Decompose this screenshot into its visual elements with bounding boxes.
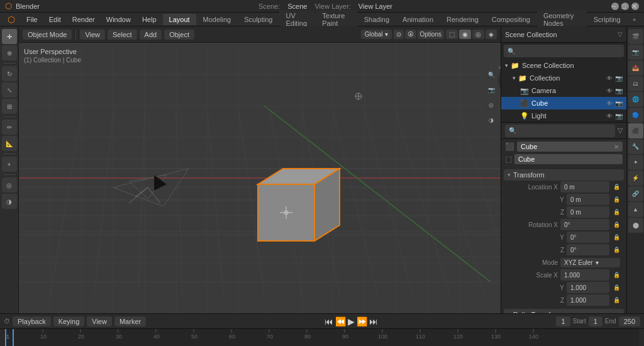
end-frame[interactable]: 250	[619, 316, 640, 326]
location-z-lock[interactable]: 🔒	[613, 209, 620, 215]
title-bar-controls[interactable]: ─ □ ✕	[611, 3, 639, 10]
jump-start-btn[interactable]: ⏮	[325, 316, 333, 326]
tab-texture-paint[interactable]: Texture Paint	[316, 10, 357, 29]
prop-tab-object[interactable]: ⬛	[628, 123, 643, 138]
prop-tab-output[interactable]: 📤	[628, 60, 643, 75]
prop-tab-constraints[interactable]: 🔗	[628, 186, 643, 201]
menu-help[interactable]: Help	[137, 14, 162, 25]
tab-uv-editing[interactable]: UV Editing	[279, 10, 315, 29]
camera-eye-icon[interactable]: 👁	[606, 87, 613, 94]
next-frame-btn[interactable]: ⏩	[357, 316, 367, 326]
properties-search[interactable]: 🔍	[505, 125, 615, 137]
tab-add[interactable]: +	[628, 14, 641, 25]
location-y-value[interactable]: 0 m	[567, 194, 609, 205]
tab-compositing[interactable]: Compositing	[486, 14, 536, 25]
rotation-z-value[interactable]: 0°	[567, 244, 609, 255]
select-menu[interactable]: Select	[108, 30, 137, 40]
timeline-playback[interactable]: Playback	[13, 316, 51, 326]
material-mode[interactable]: ◎	[472, 30, 484, 39]
viewport-canvas[interactable]: X Y Z	[19, 43, 501, 313]
rotation-z-lock[interactable]: 🔒	[613, 247, 620, 253]
rotation-x-value[interactable]: 0°	[560, 219, 609, 230]
menu-render[interactable]: Render	[67, 14, 100, 25]
move-tool[interactable]: ⊕	[2, 45, 17, 60]
prop-tab-physics[interactable]: ⚡	[628, 170, 643, 186]
start-frame[interactable]: 1	[589, 316, 602, 326]
timeline-view[interactable]: View	[87, 316, 112, 326]
rotation-y-lock[interactable]: 🔒	[613, 234, 620, 240]
timeline-keying[interactable]: Keying	[53, 316, 85, 326]
prop-tab-render[interactable]: 📷	[628, 45, 643, 60]
delta-transform-header[interactable]: ▸ Delta Transform	[504, 309, 624, 313]
cursor-tool[interactable]: ✛	[2, 29, 17, 44]
prop-tab-particles[interactable]: ✦	[628, 155, 643, 170]
prop-tab-data[interactable]: ▲	[628, 202, 643, 217]
active-object-name[interactable]: Cube ✕	[517, 142, 623, 152]
timeline-marker[interactable]: Marker	[114, 316, 146, 326]
scale-tool[interactable]: ⤡	[2, 82, 17, 98]
viewport-view-btn[interactable]: ◑	[484, 113, 498, 127]
cube-render-icon[interactable]: 📷	[615, 100, 623, 107]
prev-frame-btn[interactable]: ⏪	[335, 316, 346, 326]
add-menu[interactable]: Add	[140, 30, 162, 40]
collection-eye-icon[interactable]: 👁	[606, 75, 613, 82]
light-eye-icon[interactable]: 👁	[606, 113, 613, 120]
tab-sculpting[interactable]: Sculpting	[238, 14, 279, 25]
tab-animation[interactable]: Animation	[396, 14, 440, 25]
prop-tab-view-layer[interactable]: 🗂	[628, 76, 643, 91]
viewport-render-btn[interactable]: ◎	[484, 98, 498, 112]
viewport-camera-btn[interactable]: 📷	[484, 83, 498, 97]
scale-y-value[interactable]: 1.000	[567, 282, 609, 293]
prop-tab-scene[interactable]: 🎬	[628, 29, 643, 44]
timeline-ruler[interactable]: 1 10 20 30 40 50 60 70 80 90 100 110 120	[0, 329, 644, 346]
active-object-clear[interactable]: ✕	[614, 143, 619, 150]
outliner-search[interactable]: 🔍	[504, 45, 624, 57]
tab-geometry-nodes[interactable]: Geometry Nodes	[537, 10, 587, 29]
maximize-button[interactable]: □	[621, 3, 629, 10]
outliner-item-collection[interactable]: ▾ 📁 Collection 👁 📷	[501, 72, 626, 84]
shading-tool[interactable]: ◑	[2, 194, 17, 209]
play-btn[interactable]: ▶	[348, 316, 355, 326]
rotate-tool[interactable]: ↻	[2, 66, 17, 81]
minimize-button[interactable]: ─	[611, 3, 619, 10]
snap-btn[interactable]: ⦿	[405, 30, 416, 39]
prop-tab-material[interactable]: ⬤	[628, 218, 643, 233]
scale-y-lock[interactable]: 🔒	[613, 284, 620, 291]
add-tool[interactable]: +	[2, 157, 17, 172]
outliner-item-light[interactable]: 💡 Light 👁 📷	[501, 109, 626, 122]
options-btn[interactable]: Options	[418, 30, 444, 39]
object-menu[interactable]: Object	[164, 30, 194, 40]
solid-mode[interactable]: ◉	[459, 30, 471, 39]
camera-render-icon[interactable]: 📷	[615, 87, 623, 94]
cube-eye-icon[interactable]: 👁	[606, 100, 613, 107]
annotate-tool[interactable]: ✏	[2, 120, 17, 135]
render-mode[interactable]: ◈	[486, 30, 497, 39]
prop-filter-icon[interactable]: ▽	[618, 126, 623, 135]
prop-tab-world[interactable]: 🔵	[628, 108, 643, 123]
scale-z-lock[interactable]: 🔒	[613, 297, 620, 303]
outliner-item-scene-collection[interactable]: ▾ 📁 Scene Collection	[501, 59, 626, 72]
outliner-item-cube[interactable]: ⬛ Cube 👁 📷	[501, 97, 626, 109]
menu-file[interactable]: File	[21, 14, 43, 25]
menu-blender[interactable]: ⬡	[3, 13, 20, 26]
rotation-mode-select[interactable]: XYZ Euler ▾	[560, 258, 620, 267]
location-z-value[interactable]: 0 m	[567, 206, 609, 218]
timeline-playhead[interactable]	[13, 329, 14, 346]
scale-x-lock[interactable]: 🔒	[613, 272, 620, 278]
wireframe-mode[interactable]: ⬚	[446, 30, 458, 39]
scale-z-value[interactable]: 1.000	[567, 294, 609, 306]
outliner-item-camera[interactable]: 📷 Camera 👁 📷	[501, 84, 626, 97]
scale-x-value[interactable]: 1.000	[560, 269, 609, 281]
tab-scripting[interactable]: Scripting	[587, 14, 627, 25]
menu-window[interactable]: Window	[101, 14, 136, 25]
rotation-x-lock[interactable]: 🔒	[613, 221, 620, 228]
menu-edit[interactable]: Edit	[44, 14, 66, 25]
rotation-y-value[interactable]: 0°	[567, 232, 609, 243]
transform-orientation[interactable]: Global	[365, 31, 383, 38]
outliner-filter[interactable]: ▽	[618, 31, 623, 38]
close-button[interactable]: ✕	[631, 3, 639, 10]
transform-header[interactable]: ▾ Transform	[504, 169, 624, 181]
location-x-value[interactable]: 0 m	[560, 181, 609, 193]
measure-tool[interactable]: 📐	[2, 136, 17, 151]
tab-shading[interactable]: Shading	[358, 14, 396, 25]
